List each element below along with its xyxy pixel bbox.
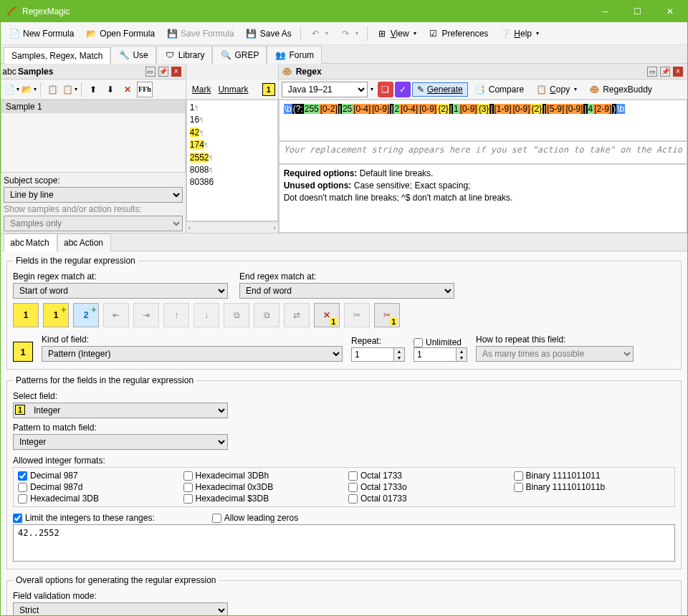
clear-fields-button[interactable]: ✂1 (374, 303, 400, 327)
redo-button[interactable]: ↷▾ (335, 25, 363, 42)
panel-close-icon[interactable]: × (171, 66, 182, 77)
format-option[interactable]: Octal 1733o (348, 482, 505, 492)
delete-sample-button[interactable]: ✕ (120, 82, 135, 97)
replacement-output[interactable]: Your replacement string appears here if … (279, 141, 687, 164)
samples-title: Samples (18, 67, 53, 77)
format-option[interactable]: Binary 1111011011 (514, 471, 671, 481)
select-field-select[interactable]: Integer (13, 403, 228, 418)
kind-label: Kind of field: (42, 335, 343, 345)
kind-select[interactable]: Pattern (Integer) (42, 346, 343, 362)
regex-title: Regex (296, 67, 322, 77)
restore-icon[interactable]: ▭ (646, 66, 658, 77)
view-menu[interactable]: ⊞View▾ (371, 25, 421, 42)
cut-field-button: ✂ (344, 303, 370, 327)
regex-output[interactable]: \b(?:255[0-2]|25[0-4][0-9]|2[0-4][0-9]{2… (279, 100, 687, 141)
open-sample-button[interactable]: 📂▾ (21, 82, 37, 97)
redo-icon: ↷ (340, 28, 351, 39)
prefs-icon: ☑ (428, 28, 439, 39)
tab-match[interactable]: abcMatch (4, 234, 57, 251)
begin-select[interactable]: Start of word (13, 283, 228, 299)
fields-group: Fields in the regular expression Begin r… (6, 256, 682, 370)
add-field-button[interactable]: 1+ (43, 303, 69, 327)
copy-button[interactable]: 📋 (44, 82, 60, 97)
format-option[interactable]: Decimal 987d (18, 482, 175, 492)
copy-icon: 📋 (535, 84, 547, 95)
tab-grep[interactable]: 🔍GREP (212, 46, 267, 64)
buddy-icon: 🐵 (588, 84, 600, 95)
move-down-field-button: ↓ (194, 303, 219, 327)
lower-tabbar: abcMatch abcAction (1, 233, 687, 251)
end-select[interactable]: End of word (239, 283, 454, 299)
outdent-button: ⇤ (103, 303, 129, 327)
tab-samples-regex-match[interactable]: Samples, Regex, Match (4, 47, 110, 64)
save-as-button[interactable]: 💾Save As (241, 25, 297, 42)
format-option[interactable]: Hexadecimal $3DB (183, 494, 340, 504)
flavor-select[interactable]: Java 19–21 (282, 82, 368, 97)
move-up-button[interactable]: ⬆ (85, 82, 101, 97)
preferences-button[interactable]: ☑Preferences (423, 25, 494, 42)
app-icon (6, 6, 18, 17)
copy-menu[interactable]: 📋Copy▾ (530, 81, 582, 98)
action-button[interactable]: ❑ (378, 82, 393, 97)
repeat-max-spinner[interactable]: ▲▼ (414, 347, 467, 362)
close-button[interactable]: ✕ (654, 1, 686, 22)
tab-forum[interactable]: 👥Forum (267, 46, 322, 64)
tab-action[interactable]: abcAction (57, 234, 111, 251)
compare-button[interactable]: 📑Compare (469, 81, 529, 98)
mark-link[interactable]: Mark (192, 85, 211, 95)
generate-button[interactable]: ✎Generate (412, 82, 468, 97)
new-sample-button[interactable]: 📄▾ (4, 82, 19, 97)
overall-group: Overall options for generating the regul… (6, 575, 682, 616)
sample-list[interactable]: Sample 1 (1, 100, 186, 173)
pattern-select[interactable]: Integer (13, 434, 228, 450)
panel-close-icon[interactable]: × (672, 66, 684, 77)
format-option[interactable]: Hexadecimal 3DB (18, 494, 175, 504)
new-icon: 📄 (9, 28, 20, 39)
open-formula-button[interactable]: 📂Open Formula (80, 25, 160, 42)
format-option[interactable]: Hexadecimal 0x3DB (183, 482, 340, 492)
maximize-button[interactable]: ☐ (621, 1, 654, 22)
library-icon: 🛡 (164, 49, 176, 61)
help-menu[interactable]: ❔Help▾ (494, 25, 544, 42)
strict-button[interactable]: ✓ (395, 82, 411, 97)
format-option[interactable]: Octal 01733 (348, 494, 505, 504)
repeat-min-spinner[interactable]: ▲▼ (351, 347, 405, 362)
move-down-button[interactable]: ⬇ (102, 82, 118, 97)
unmark-link[interactable]: Unmark (218, 85, 248, 95)
tab-use[interactable]: 🔧Use (110, 46, 156, 64)
begin-label: Begin regex match at: (13, 271, 228, 281)
unlimited-checkbox[interactable] (414, 338, 423, 347)
ffh-button[interactable]: FFh (137, 82, 153, 97)
pin-icon[interactable]: 📌 (158, 66, 169, 77)
tab-library[interactable]: 🛡Library (156, 46, 213, 64)
samples-panel: abc Samples ▭ 📌 × 📄▾ 📂▾ 📋 📋▾ ⬆ ⬇ ✕ FFh S… (1, 64, 186, 233)
scroll-right-icon[interactable]: › (274, 224, 276, 231)
sample-text[interactable]: 1¶ 16¶ 42¶ 174¶ 2552¶ 8088¶ 80386 (186, 100, 278, 221)
format-option[interactable]: Octal 1733 (348, 471, 505, 481)
move-up-field-button: ↑ (163, 303, 189, 327)
ranges-input[interactable]: 42..2552 (13, 524, 675, 562)
mark-field-badge[interactable]: 1 (262, 83, 275, 96)
format-option[interactable]: Decimal 987 (18, 471, 175, 481)
restore-icon[interactable]: ▭ (145, 66, 156, 77)
delete-field-button[interactable]: ✕1 (314, 303, 340, 327)
field-1-button[interactable]: 1 (13, 303, 39, 327)
window-title: RegexMagic (22, 6, 589, 16)
scroll-left-icon[interactable]: ‹ (188, 224, 191, 231)
minimize-button[interactable]: ─ (589, 1, 621, 22)
formats-label: Allowed integer formats: (13, 456, 675, 466)
limit-ranges-checkbox[interactable] (13, 514, 22, 523)
format-option[interactable]: Binary 1111011011b (514, 482, 671, 492)
undo-button[interactable]: ↶▾ (305, 25, 333, 42)
regexbuddy-button[interactable]: 🐵RegexBuddy (583, 81, 657, 98)
subject-scope-select[interactable]: Line by line (4, 187, 183, 203)
validation-select[interactable]: Strict (13, 602, 228, 616)
leading-zeros-checkbox[interactable] (212, 514, 221, 523)
pin-icon[interactable]: 📌 (659, 66, 671, 77)
paste-button[interactable]: 📋▾ (62, 82, 77, 97)
add-subfield-button[interactable]: 2+ (73, 303, 99, 327)
new-formula-button[interactable]: 📄New Formula (4, 25, 79, 42)
format-option[interactable]: Hexadecimal 3DBh (183, 471, 340, 481)
sample-item[interactable]: Sample 1 (1, 100, 185, 113)
save-icon: 💾 (166, 28, 178, 39)
